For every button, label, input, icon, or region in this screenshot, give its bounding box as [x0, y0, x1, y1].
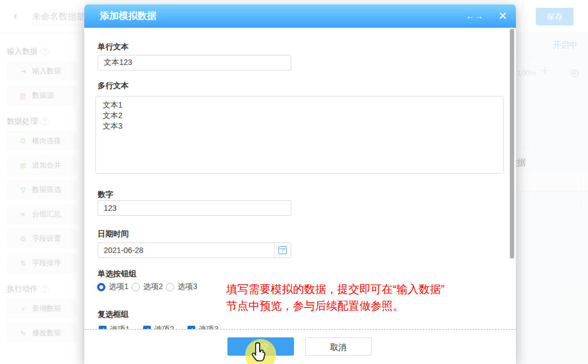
- single-text-label: 单行文本: [98, 42, 129, 52]
- checkbox-group-label: 复选框组: [98, 310, 129, 320]
- radio-group-label: 单选按钮组: [98, 269, 136, 279]
- hand-cursor-icon: [251, 342, 269, 364]
- radio-unchecked-icon[interactable]: [131, 283, 140, 291]
- checkbox-group: ✓ 选项1 ✓ 选项2 ✓ 选项3: [99, 325, 232, 329]
- cancel-button[interactable]: 取消: [305, 337, 372, 356]
- footer-divider: [84, 329, 516, 330]
- radio-unchecked-icon[interactable]: [166, 283, 174, 291]
- checkbox-option-label: 选项2: [154, 325, 174, 329]
- scrollbar-thumb[interactable]: [510, 29, 514, 259]
- radio-option-label: 选项1: [109, 282, 129, 292]
- number-label: 数字: [98, 190, 113, 200]
- checkbox-option-1[interactable]: ✓ 选项1: [99, 325, 143, 329]
- resize-arrows-icon[interactable]: ←→: [466, 4, 484, 28]
- calendar-icon: 7: [278, 246, 287, 254]
- radio-group: 选项1 选项2 选项3: [97, 282, 200, 292]
- annotation-line-1: 填写需要模拟的数据，提交即可在“输入数据”: [226, 281, 504, 297]
- dialog-header[interactable]: 添加模拟数据 ←→ ×: [84, 4, 516, 28]
- datetime-input-group: 7: [98, 242, 291, 258]
- checkbox-option-3[interactable]: ✓ 选项3: [187, 325, 232, 329]
- radio-option-label: 选项2: [143, 282, 163, 292]
- dialog-title: 添加模拟数据: [100, 4, 156, 28]
- radio-option-3[interactable]: 选项3: [166, 282, 200, 292]
- radio-checked-icon[interactable]: [97, 283, 105, 291]
- checkbox-option-label: 选项1: [110, 325, 130, 329]
- radio-option-1[interactable]: 选项1: [97, 282, 131, 292]
- radio-option-label: 选项3: [178, 282, 197, 292]
- radio-option-2[interactable]: 选项2: [131, 282, 166, 292]
- checkbox-option-2[interactable]: ✓ 选项2: [143, 325, 187, 329]
- app-screen: ‹ 未命名数据助手 保存 开启中 100% + ⊕ 输入数据 模拟数据 输入数据…: [0, 0, 588, 364]
- add-mock-data-dialog: 添加模拟数据 ←→ × 单行文本 多行文本 文本1 文本2 文本3 数字 日期时…: [84, 4, 516, 364]
- annotation-line-2: 节点中预览，参与后续配置做参照。: [226, 297, 504, 314]
- multi-text-label: 多行文本: [98, 81, 129, 91]
- single-text-input[interactable]: [98, 55, 291, 70]
- close-icon[interactable]: ×: [499, 4, 507, 27]
- calendar-button[interactable]: 7: [274, 243, 291, 257]
- dialog-body: 单行文本 多行文本 文本1 文本2 文本3 数字 日期时间 7 单选按钮组 选项…: [84, 28, 516, 329]
- checkbox-option-label: 选项3: [199, 325, 219, 329]
- datetime-label: 日期时间: [98, 229, 129, 239]
- annotation-text: 填写需要模拟的数据，提交即可在“输入数据” 节点中预览，参与后续配置做参照。: [226, 281, 504, 314]
- datetime-input[interactable]: [98, 243, 274, 257]
- number-input[interactable]: [98, 200, 291, 216]
- multi-text-textarea[interactable]: 文本1 文本2 文本3: [95, 96, 504, 174]
